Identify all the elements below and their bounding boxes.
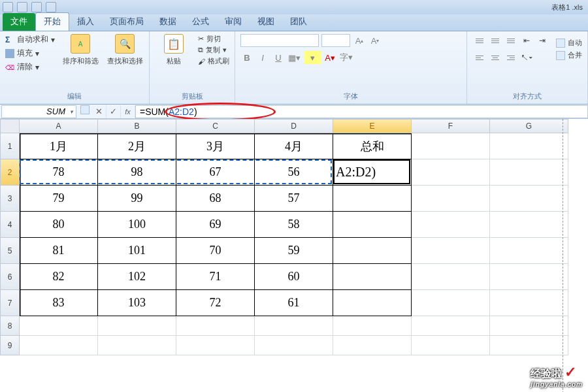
phonetic-button[interactable]: 字▾ bbox=[339, 51, 353, 64]
tab-home[interactable]: 开始 bbox=[35, 12, 69, 31]
cell-D6[interactable]: 60 bbox=[255, 264, 333, 290]
cell-C1[interactable]: 3月 bbox=[176, 133, 255, 159]
cell-D8[interactable] bbox=[255, 316, 333, 336]
cell-G1[interactable] bbox=[490, 133, 568, 159]
sort-filter-button[interactable]: 排序和筛选 bbox=[61, 34, 99, 73]
cell-C5[interactable]: 70 bbox=[176, 238, 255, 264]
cell-A2[interactable]: 78 bbox=[20, 159, 98, 186]
align-center-button[interactable] bbox=[488, 51, 502, 64]
cell-G4[interactable] bbox=[490, 212, 568, 238]
cell-G9[interactable] bbox=[490, 336, 568, 355]
format-painter-button[interactable]: 🖌格式刷 bbox=[198, 56, 229, 66]
formula-input[interactable]: =SUM(A2:D2) bbox=[135, 105, 588, 118]
autosum-button[interactable]: 自动求和 ▾ bbox=[5, 34, 55, 45]
cell-B6[interactable]: 102 bbox=[98, 264, 176, 290]
column-header-A[interactable]: A bbox=[20, 119, 98, 133]
cell-A4[interactable]: 80 bbox=[20, 212, 98, 238]
cell-F5[interactable] bbox=[412, 238, 490, 264]
cell-C7[interactable]: 72 bbox=[176, 290, 255, 316]
select-all-corner[interactable] bbox=[0, 119, 20, 133]
cell-E3[interactable] bbox=[333, 186, 412, 212]
cell-D1[interactable]: 4月 bbox=[255, 133, 333, 159]
indent-increase-button[interactable]: ⇥ bbox=[535, 34, 549, 47]
cell-A7[interactable]: 83 bbox=[20, 290, 98, 316]
paste-button[interactable]: 粘贴 bbox=[155, 34, 193, 66]
tab-team[interactable]: 团队 bbox=[282, 13, 315, 31]
cell-D3[interactable]: 57 bbox=[255, 186, 333, 212]
tab-formulas[interactable]: 公式 bbox=[184, 13, 217, 31]
row-header-9[interactable]: 9 bbox=[0, 336, 20, 355]
cell-E9[interactable] bbox=[333, 336, 412, 355]
orientation-button[interactable]: ⭦▾ bbox=[519, 51, 534, 64]
cell-C4[interactable]: 69 bbox=[176, 212, 255, 238]
cell-B5[interactable]: 101 bbox=[98, 238, 176, 264]
grow-font-button[interactable]: A▴ bbox=[353, 34, 366, 47]
cell-G5[interactable] bbox=[490, 238, 568, 264]
cell-E1[interactable]: 总和 bbox=[333, 133, 412, 159]
cell-F1[interactable] bbox=[412, 133, 490, 159]
cell-E4[interactable] bbox=[333, 212, 412, 238]
row-header-2[interactable]: 2 bbox=[0, 159, 20, 186]
align-bottom-button[interactable] bbox=[504, 34, 518, 47]
tab-insert[interactable]: 插入 bbox=[69, 13, 102, 31]
font-color-button[interactable]: A▾ bbox=[323, 51, 336, 64]
column-header-D[interactable]: D bbox=[255, 119, 333, 133]
cell-E6[interactable] bbox=[333, 264, 412, 290]
cancel-formula-button[interactable]: ✕ bbox=[92, 105, 106, 118]
cell-F7[interactable] bbox=[412, 290, 490, 316]
cell-A3[interactable]: 79 bbox=[20, 186, 98, 212]
cell-F8[interactable] bbox=[412, 316, 490, 336]
cell-F3[interactable] bbox=[412, 186, 490, 212]
cell-C9[interactable] bbox=[176, 336, 255, 355]
row-header-1[interactable]: 1 bbox=[0, 133, 20, 159]
row-header-5[interactable]: 5 bbox=[0, 238, 20, 264]
cell-B3[interactable]: 99 bbox=[98, 186, 176, 212]
cell-B7[interactable]: 103 bbox=[98, 290, 176, 316]
fill-color-button[interactable]: ▾ bbox=[304, 51, 321, 64]
font-family-select[interactable] bbox=[240, 34, 319, 47]
cell-B2[interactable]: 98 bbox=[98, 159, 176, 186]
cell-D7[interactable]: 61 bbox=[255, 290, 333, 316]
shrink-font-button[interactable]: A▾ bbox=[368, 34, 382, 47]
cells-grid[interactable]: 1月2月3月4月总和78986756A2:D2)7999685780100695… bbox=[20, 133, 568, 355]
cell-G8[interactable] bbox=[490, 316, 568, 336]
excel-icon[interactable] bbox=[3, 2, 13, 12]
clear-button[interactable]: 清除 ▾ bbox=[5, 61, 55, 73]
cell-D4[interactable]: 58 bbox=[255, 212, 333, 238]
cell-B4[interactable]: 100 bbox=[98, 212, 176, 238]
redo-icon[interactable] bbox=[46, 2, 56, 12]
cell-A6[interactable]: 82 bbox=[20, 264, 98, 290]
align-right-button[interactable] bbox=[504, 51, 518, 64]
merge-button[interactable]: 合并 bbox=[556, 50, 582, 60]
cell-A1[interactable]: 1月 bbox=[20, 133, 98, 159]
cell-E8[interactable] bbox=[333, 316, 412, 336]
cell-G2[interactable] bbox=[490, 159, 568, 186]
cell-F4[interactable] bbox=[412, 212, 490, 238]
cell-F9[interactable] bbox=[412, 336, 490, 355]
cell-G7[interactable] bbox=[490, 290, 568, 316]
undo-icon[interactable] bbox=[31, 2, 42, 12]
cell-C8[interactable] bbox=[176, 316, 255, 336]
save-icon[interactable] bbox=[17, 2, 27, 12]
border-button[interactable]: ▦▾ bbox=[287, 51, 301, 64]
cell-E7[interactable] bbox=[333, 290, 412, 316]
enter-formula-button[interactable]: ✓ bbox=[106, 105, 121, 118]
cell-A8[interactable] bbox=[20, 316, 98, 336]
cell-B1[interactable]: 2月 bbox=[98, 133, 176, 159]
find-select-button[interactable]: 查找和选择 bbox=[106, 34, 144, 73]
cell-E2[interactable]: A2:D2) bbox=[333, 159, 412, 186]
copy-button[interactable]: ⧉复制 ▾ bbox=[198, 45, 229, 55]
cell-C3[interactable]: 68 bbox=[176, 186, 255, 212]
cell-G3[interactable] bbox=[490, 186, 568, 212]
cut-button[interactable]: ✂剪切 bbox=[198, 34, 229, 44]
wrap-text-button[interactable]: 自动 bbox=[556, 38, 582, 48]
tab-view[interactable]: 视图 bbox=[250, 13, 282, 31]
row-header-6[interactable]: 6 bbox=[0, 264, 20, 290]
underline-button[interactable]: U bbox=[272, 51, 285, 64]
indent-decrease-button[interactable]: ⇤ bbox=[519, 34, 534, 47]
align-middle-button[interactable] bbox=[488, 34, 502, 47]
cell-C2[interactable]: 67 bbox=[176, 159, 255, 186]
bold-button[interactable]: B bbox=[240, 51, 253, 64]
tab-file[interactable]: 文件 bbox=[3, 13, 35, 31]
fill-button[interactable]: 填充 ▾ bbox=[5, 48, 55, 59]
